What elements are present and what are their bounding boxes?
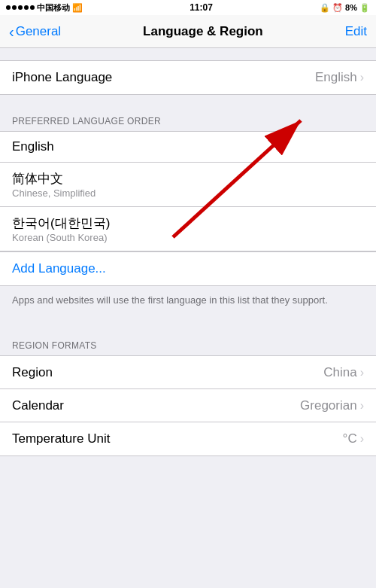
preferred-languages-group: English 简体中文 Chinese, Simplified 한국어(대한민…	[0, 131, 376, 251]
language-sub-korean: Korean (South Korea)	[12, 232, 364, 243]
chevron-calendar-icon: ›	[360, 399, 364, 413]
alarm-icon: ⏰	[332, 3, 343, 13]
language-sub-chinese: Chinese, Simplified	[12, 187, 364, 199]
gap-3	[0, 319, 376, 331]
status-bar: 中国移动 📶 11:07 🔒 ⏰ 8% 🔋	[0, 0, 376, 15]
status-left: 中国移动 📶	[6, 2, 83, 14]
language-item-korean[interactable]: 한국어(대한민국) Korean (South Korea)	[0, 207, 376, 251]
status-right: 🔒 ⏰ 8% 🔋	[320, 3, 370, 13]
temperature-value: °C ›	[343, 431, 364, 446]
status-time: 11:07	[190, 2, 213, 13]
region-label: Region	[12, 365, 53, 380]
chevron-left-icon: ‹	[9, 24, 14, 39]
calendar-value: Gregorian ›	[300, 398, 364, 413]
language-item-english[interactable]: English	[0, 132, 376, 163]
back-label: General	[16, 24, 61, 39]
preferred-order-header: PREFERRED LANGUAGE ORDER	[0, 107, 376, 131]
iphone-language-label: iPhone Language	[12, 70, 112, 85]
back-button[interactable]: ‹ General	[9, 24, 61, 39]
temperature-row[interactable]: Temperature Unit °C ›	[0, 422, 376, 455]
iphone-language-value: English ›	[315, 70, 364, 85]
iphone-language-group: iPhone Language English ›	[0, 60, 376, 95]
region-formats-header: REGION FORMATS	[0, 331, 376, 355]
region-value: China ›	[323, 365, 364, 380]
temperature-label: Temperature Unit	[12, 431, 110, 446]
gap-2	[0, 95, 376, 107]
add-language-row[interactable]: Add Language...	[0, 251, 376, 285]
lock-icon: 🔒	[320, 3, 330, 13]
language-name-chinese: 简体中文	[12, 170, 364, 187]
page-wrapper: 中国移动 📶 11:07 🔒 ⏰ 8% 🔋 ‹ General Language…	[0, 0, 376, 456]
language-item-chinese[interactable]: 简体中文 Chinese, Simplified	[0, 163, 376, 207]
wifi-icon: 📶	[72, 3, 83, 13]
chevron-right-icon: ›	[360, 71, 364, 84]
battery-label: 8%	[345, 3, 357, 12]
calendar-row[interactable]: Calendar Gregorian ›	[0, 389, 376, 422]
carrier-label: 中国移动	[37, 2, 70, 14]
region-formats-group: Region China › Calendar Gregorian › Temp…	[0, 355, 376, 456]
region-row[interactable]: Region China ›	[0, 356, 376, 389]
iphone-language-row[interactable]: iPhone Language English ›	[0, 61, 376, 94]
language-name-korean: 한국어(대한민국)	[12, 215, 364, 232]
chevron-region-icon: ›	[360, 366, 364, 379]
page-title: Language & Region	[143, 24, 263, 39]
signal-icon	[6, 5, 35, 10]
gap-top	[0, 48, 376, 60]
nav-bar: ‹ General Language & Region Edit	[0, 15, 376, 48]
language-name-english: English	[12, 139, 364, 154]
calendar-label: Calendar	[12, 398, 64, 413]
edit-button[interactable]: Edit	[345, 24, 367, 39]
info-text: Apps and websites will use the first lan…	[0, 286, 376, 319]
chevron-temp-icon: ›	[360, 432, 364, 446]
add-language-label: Add Language...	[12, 261, 106, 276]
battery-icon: 🔋	[359, 3, 370, 13]
